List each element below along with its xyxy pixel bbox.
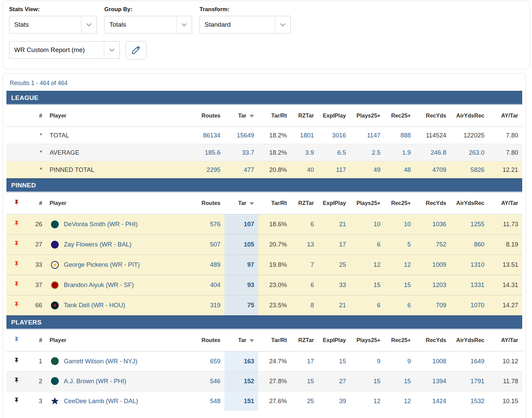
stat-explplay[interactable]: 15 (318, 351, 350, 371)
column-header-ay-tar[interactable]: AY/Tar (488, 330, 522, 351)
column-header-rec25[interactable]: Rec25+ (384, 330, 415, 351)
stat-routes[interactable]: 548 (189, 391, 224, 411)
stat-recyds[interactable]: 246.8 (415, 144, 450, 161)
stat-rec25[interactable]: 1.9 (384, 144, 415, 161)
stat-plays25[interactable]: 15 (350, 275, 384, 295)
column-header-rztar[interactable]: RZTar (291, 330, 318, 351)
stat-rztar[interactable]: 6 (291, 214, 318, 234)
stat-routes[interactable]: 319 (189, 295, 224, 315)
pin-icon[interactable] (13, 219, 20, 228)
transform-select[interactable]: Standard (200, 16, 291, 33)
stat-rztar[interactable]: 7 (291, 255, 318, 275)
stat-plays25[interactable]: 6 (350, 295, 384, 315)
stat-recyds[interactable]: 1424 (415, 391, 450, 411)
stat-rec25[interactable]: 12 (384, 391, 415, 411)
stat-tar[interactable]: 477 (224, 161, 258, 178)
player-column-header[interactable]: Player (44, 192, 189, 214)
stat-tar[interactable]: 75 (224, 295, 258, 315)
stat-airydsrec[interactable]: 1331 (450, 275, 488, 295)
stat-explplay[interactable]: 33 (318, 275, 350, 295)
stat-recyds[interactable]: 752 (415, 234, 450, 255)
stat-airydsrec[interactable]: 1070 (450, 295, 488, 315)
stat-tar[interactable]: 105 (224, 234, 258, 255)
stat-explplay[interactable]: 39 (318, 391, 350, 411)
column-header-routes[interactable]: Routes (189, 105, 224, 127)
pin-icon[interactable] (13, 376, 20, 385)
stat-tar[interactable]: 152 (224, 371, 258, 391)
column-header-routes[interactable]: Routes (189, 330, 224, 351)
stat-plays25[interactable]: 1147 (350, 127, 384, 144)
player-column-header[interactable]: Player (44, 105, 189, 127)
column-header-recyds[interactable]: RecYds (415, 330, 450, 351)
stat-plays25[interactable]: 12 (350, 255, 384, 275)
stat-plays25[interactable]: 6 (350, 234, 384, 255)
column-header-ay-tar[interactable]: AY/Tar (488, 105, 522, 127)
stat-rec25[interactable]: 48 (384, 161, 415, 178)
stat-routes[interactable]: 507 (189, 234, 224, 255)
stat-recyds[interactable]: 1036 (415, 214, 450, 234)
stat-rztar[interactable]: 1801 (291, 127, 318, 144)
player-link[interactable]: Zay Flowers (WR - BAL) (64, 241, 131, 248)
column-header-rec25[interactable]: Rec25+ (384, 192, 415, 214)
report-select[interactable]: WR Custom Report (me) (9, 41, 120, 59)
stat-rec25[interactable]: 9 (384, 351, 415, 371)
pin-icon[interactable] (13, 357, 20, 365)
stat-recyds[interactable]: 1203 (415, 275, 450, 295)
column-header-rec25[interactable]: Rec25+ (384, 105, 415, 127)
stat-rec25[interactable]: 12 (384, 255, 415, 275)
stat-explplay[interactable]: 17 (318, 234, 350, 255)
stat-rztar[interactable]: 6 (291, 275, 318, 295)
stat-routes[interactable]: 576 (189, 214, 224, 234)
pin-icon[interactable] (13, 280, 20, 288)
column-header-plays25[interactable]: Plays25+ (350, 105, 384, 127)
stat-rec25[interactable]: 888 (384, 127, 415, 144)
column-header-explplay[interactable]: ExplPlay (318, 105, 350, 127)
column-header-ay-tar[interactable]: AY/Tar (488, 192, 522, 214)
stat-explplay[interactable]: 3016 (318, 127, 350, 144)
column-header-routes[interactable]: Routes (189, 192, 224, 214)
stat-routes[interactable]: 185.6 (189, 144, 224, 161)
column-header-airydsrec[interactable]: AirYdsRec (450, 192, 488, 214)
stat-rztar[interactable]: 25 (291, 391, 318, 411)
stat-tar[interactable]: 163 (224, 351, 258, 371)
column-header-tar[interactable]: Tar (224, 192, 258, 214)
rank-column-header[interactable]: # (27, 192, 44, 214)
player-link[interactable]: CeeDee Lamb (WR - DAL) (64, 397, 138, 405)
column-header-plays25[interactable]: Plays25+ (350, 330, 384, 351)
stat-airydsrec[interactable]: 1791 (450, 371, 488, 391)
stat-explplay[interactable]: 25 (318, 255, 350, 275)
column-header-tar-rt[interactable]: Tar/Rt (258, 192, 291, 214)
column-header-recyds[interactable]: RecYds (415, 192, 450, 214)
edit-report-button[interactable] (126, 41, 147, 59)
stat-explplay[interactable]: 21 (318, 295, 350, 315)
stat-plays25[interactable]: 49 (350, 161, 384, 178)
stat-rztar[interactable]: 17 (291, 351, 318, 371)
group-by-select[interactable]: Totals (104, 16, 192, 33)
stat-rztar[interactable]: 40 (291, 161, 318, 178)
stat-rztar[interactable]: 8 (291, 295, 318, 315)
player-column-header[interactable]: Player (44, 330, 189, 351)
pinned-header-pin-icon[interactable] (13, 199, 20, 207)
stat-rztar[interactable]: 15 (291, 371, 318, 391)
column-header-tar[interactable]: Tar (224, 105, 258, 127)
player-link[interactable]: George Pickens (WR - PIT) (64, 261, 140, 268)
stat-plays25[interactable]: 9 (350, 351, 384, 371)
stat-plays25[interactable]: 15 (350, 371, 384, 391)
column-header-tar-rt[interactable]: Tar/Rt (258, 330, 291, 351)
stat-rec25[interactable]: 6 (384, 295, 415, 315)
player-link[interactable]: DeVonta Smith (WR - PHI) (64, 220, 138, 228)
stat-rec25[interactable]: 15 (384, 275, 415, 295)
stat-tar[interactable]: 93 (224, 275, 258, 295)
stat-recyds[interactable]: 4709 (415, 161, 450, 178)
stat-plays25[interactable]: 10 (350, 214, 384, 234)
column-header-airydsrec[interactable]: AirYdsRec (450, 330, 488, 351)
stat-recyds[interactable]: 1394 (415, 371, 450, 391)
stat-rztar[interactable]: 13 (291, 234, 318, 255)
stat-recyds[interactable]: 1008 (415, 351, 450, 371)
column-header-explplay[interactable]: ExplPlay (318, 330, 350, 351)
stat-recyds[interactable]: 1009 (415, 255, 450, 275)
column-header-plays25[interactable]: Plays25+ (350, 192, 384, 214)
stat-explplay[interactable]: 6.5 (318, 144, 350, 161)
stat-tar[interactable]: 15649 (224, 127, 258, 144)
column-header-rztar[interactable]: RZTar (291, 192, 318, 214)
